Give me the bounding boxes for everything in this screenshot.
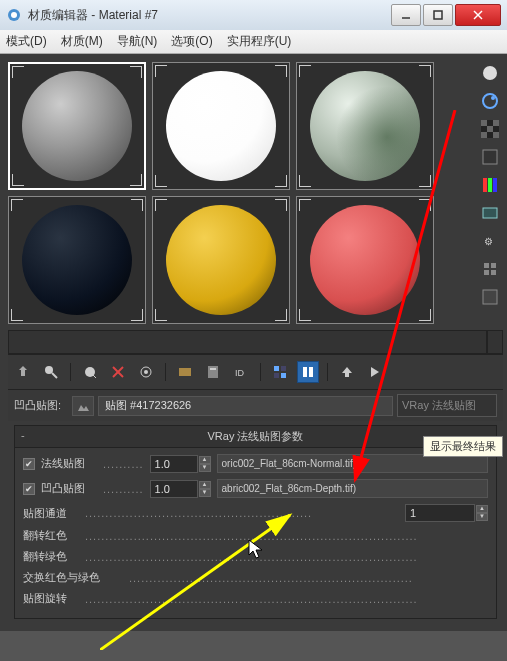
video-color-icon[interactable] — [479, 174, 501, 196]
svg-rect-19 — [483, 208, 497, 218]
material-slots — [8, 62, 473, 330]
rotate-label: 贴图旋转 — [23, 591, 79, 606]
make-unique-icon[interactable] — [174, 361, 196, 383]
bump-value-input[interactable] — [150, 480, 198, 498]
preview-icon[interactable] — [479, 202, 501, 224]
svg-rect-33 — [208, 366, 218, 378]
svg-point-8 — [491, 96, 495, 100]
rollout-title: VRay 法线贴图参数 — [208, 430, 304, 442]
svg-point-7 — [483, 94, 497, 108]
spinner-down-icon[interactable]: ▼ — [199, 464, 211, 472]
minimize-button[interactable] — [391, 4, 421, 26]
spinner-up-icon[interactable]: ▲ — [476, 505, 488, 513]
svg-rect-36 — [274, 366, 279, 371]
svg-rect-21 — [484, 263, 489, 268]
menu-utilities[interactable]: 实用程序(U) — [227, 33, 292, 50]
maximize-button[interactable] — [423, 4, 453, 26]
material-slot-2[interactable] — [152, 62, 290, 190]
slot-scrollbar-h[interactable] — [8, 330, 487, 354]
menubar: 模式(D) 材质(M) 导航(N) 选项(O) 实用程序(U) — [0, 30, 507, 54]
cursor-icon — [248, 539, 266, 561]
go-parent-icon[interactable] — [336, 361, 358, 383]
go-forward-icon[interactable] — [364, 361, 386, 383]
svg-rect-13 — [481, 132, 487, 138]
mtl-id-icon[interactable]: ID — [230, 361, 252, 383]
swaprg-label: 交换红色与绿色 — [23, 570, 123, 585]
svg-rect-10 — [481, 120, 487, 126]
copy-icon[interactable] — [135, 361, 157, 383]
channel-input[interactable] — [405, 504, 475, 522]
svg-rect-18 — [493, 178, 497, 192]
close-button[interactable] — [455, 4, 501, 26]
menu-options[interactable]: 选项(O) — [171, 33, 212, 50]
svg-rect-12 — [487, 126, 493, 132]
svg-text:⚙: ⚙ — [484, 236, 493, 247]
svg-point-6 — [483, 66, 497, 80]
svg-rect-14 — [493, 132, 499, 138]
bump-map-button[interactable]: abric002_Flat_86cm-Depth.tif) — [217, 479, 488, 498]
svg-rect-23 — [484, 270, 489, 275]
titlebar: 材质编辑器 - Material #7 — [0, 0, 507, 30]
options-icon[interactable]: ⚙ — [479, 230, 501, 252]
svg-rect-40 — [303, 367, 307, 377]
material-slot-6[interactable] — [296, 196, 434, 324]
material-id-icon[interactable] — [479, 286, 501, 308]
material-slot-5[interactable] — [152, 196, 290, 324]
svg-point-1 — [11, 12, 17, 18]
svg-point-31 — [144, 370, 148, 374]
bump-label: 凹凸贴图 — [41, 481, 97, 496]
backlight-icon[interactable] — [479, 90, 501, 112]
tooltip: 显示最终结果 — [423, 436, 503, 457]
svg-rect-37 — [281, 366, 286, 371]
map-name-row: 凹凸贴图: VRay 法线贴图 — [8, 390, 503, 421]
material-slot-4[interactable] — [8, 196, 146, 324]
side-toolbar: ⚙ — [473, 62, 503, 330]
window-title: 材质编辑器 - Material #7 — [28, 7, 391, 24]
show-end-result-icon[interactable] — [297, 361, 319, 383]
svg-point-26 — [45, 366, 53, 374]
map-type-button[interactable]: VRay 法线贴图 — [397, 394, 497, 417]
svg-rect-16 — [483, 178, 487, 192]
reset-icon[interactable] — [107, 361, 129, 383]
sample-type-icon[interactable] — [479, 62, 501, 84]
svg-rect-32 — [179, 368, 191, 376]
svg-rect-22 — [491, 263, 496, 268]
svg-rect-41 — [309, 367, 313, 377]
horizontal-toolbar: ID — [8, 354, 503, 390]
bump-map-label: 凹凸贴图: — [14, 398, 68, 413]
flipred-label: 翻转红色 — [23, 528, 79, 543]
app-icon — [6, 7, 22, 23]
menu-navigate[interactable]: 导航(N) — [117, 33, 158, 50]
assign-icon[interactable] — [79, 361, 101, 383]
select-by-material-icon[interactable] — [479, 258, 501, 280]
map-name-field[interactable] — [98, 396, 393, 416]
channel-label: 贴图通道 — [23, 506, 79, 521]
material-slot-3[interactable] — [296, 62, 434, 190]
flipgreen-label: 翻转绿色 — [23, 549, 79, 564]
background-icon[interactable] — [479, 118, 501, 140]
put-to-scene-icon[interactable] — [40, 361, 62, 383]
svg-rect-25 — [483, 290, 497, 304]
sample-uv-icon[interactable] — [479, 146, 501, 168]
spinner-down-icon[interactable]: ▼ — [476, 513, 488, 521]
bump-checkbox[interactable]: ✔ — [23, 483, 35, 495]
get-material-icon[interactable] — [12, 361, 34, 383]
normal-label: 法线贴图 — [41, 456, 97, 471]
spinner-up-icon[interactable]: ▲ — [199, 456, 211, 464]
spinner-down-icon[interactable]: ▼ — [199, 489, 211, 497]
collapse-icon: - — [21, 429, 25, 441]
menu-material[interactable]: 材质(M) — [61, 33, 103, 50]
pick-map-icon[interactable] — [72, 396, 94, 416]
svg-rect-24 — [491, 270, 496, 275]
put-to-library-icon[interactable] — [202, 361, 224, 383]
svg-rect-17 — [488, 178, 492, 192]
material-slot-1[interactable] — [8, 62, 146, 190]
svg-rect-34 — [210, 368, 216, 370]
normal-checkbox[interactable]: ✔ — [23, 458, 35, 470]
svg-rect-15 — [483, 150, 497, 164]
show-map-icon[interactable] — [269, 361, 291, 383]
normal-value-input[interactable] — [150, 455, 198, 473]
spinner-up-icon[interactable]: ▲ — [199, 481, 211, 489]
menu-mode[interactable]: 模式(D) — [6, 33, 47, 50]
slot-scrollbar-v[interactable] — [487, 330, 503, 354]
